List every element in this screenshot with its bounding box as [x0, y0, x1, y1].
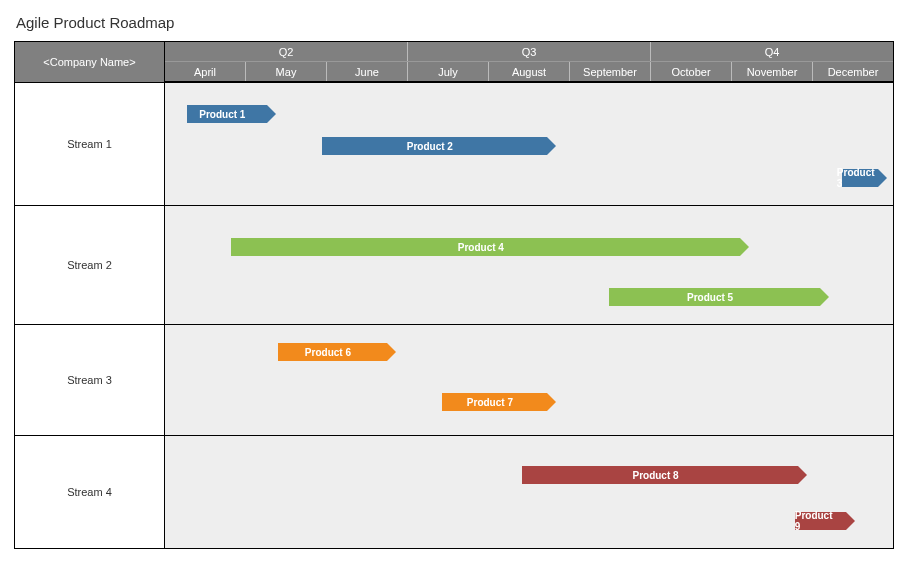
bar-label: Product 7 [467, 397, 513, 408]
bar-label: Product 5 [687, 292, 733, 303]
month-cell: May [246, 62, 327, 81]
quarter-cell: Q4 [651, 42, 893, 61]
gantt-bar[interactable]: Product 1 [187, 105, 267, 123]
month-cell: August [489, 62, 570, 81]
bar-label: Product 6 [305, 347, 351, 358]
bar-label: Product 1 [199, 109, 245, 120]
stream-label: Stream 1 [15, 83, 165, 205]
bar-label: Product 9 [795, 510, 837, 532]
stream-label: Stream 3 [15, 325, 165, 435]
month-cell: September [570, 62, 651, 81]
gantt-bar[interactable]: Product 2 [322, 137, 548, 155]
gantt-bar[interactable]: Product 3 [842, 169, 878, 187]
stream-label: Stream 2 [15, 206, 165, 324]
gantt-bar[interactable]: Product 5 [609, 288, 820, 306]
quarter-cell: Q2 [165, 42, 408, 61]
company-cell: <Company Name> [15, 42, 165, 82]
month-cell: April [165, 62, 246, 81]
bar-label: Product 3 [837, 167, 875, 189]
month-cell: June [327, 62, 408, 81]
roadmap-grid: <Company Name> Q2 Q3 Q4 April May June J… [14, 41, 894, 549]
quarter-cell: Q3 [408, 42, 651, 61]
stream-graph: Product 8 Product 9 [165, 436, 893, 548]
page-title: Agile Product Roadmap [16, 14, 895, 31]
stream-graph: Product 4 Product 5 [165, 206, 893, 324]
stream-graph: Product 1 Product 2 Product 3 [165, 83, 893, 205]
stream-label: Stream 4 [15, 436, 165, 548]
month-cell: October [651, 62, 732, 81]
bar-label: Product 8 [632, 470, 678, 481]
bar-label: Product 2 [407, 141, 453, 152]
bar-label: Product 4 [458, 242, 504, 253]
month-cell: July [408, 62, 489, 81]
month-cell: December [813, 62, 893, 81]
gantt-bar[interactable]: Product 7 [442, 393, 548, 411]
gantt-bar[interactable]: Product 8 [522, 466, 799, 484]
gantt-bar[interactable]: Product 9 [795, 512, 846, 530]
stream-graph: Product 6 Product 7 [165, 325, 893, 435]
gantt-bar[interactable]: Product 6 [278, 343, 387, 361]
gantt-bar[interactable]: Product 4 [231, 238, 741, 256]
month-cell: November [732, 62, 813, 81]
